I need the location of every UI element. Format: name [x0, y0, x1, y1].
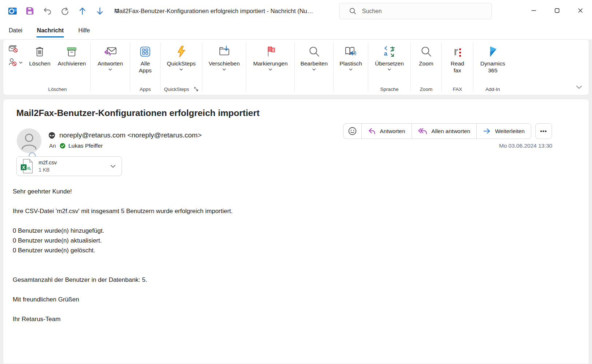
ignore-junk-stack — [8, 40, 25, 95]
group-divider — [410, 43, 411, 91]
chevron-down-icon — [108, 68, 112, 71]
window-controls — [522, 0, 592, 21]
translate-button[interactable]: a Übersetzen — [372, 40, 408, 71]
group-label-addin: Add-In — [485, 83, 500, 95]
move-to-folder-icon — [218, 45, 230, 58]
reactions-button[interactable] — [343, 124, 361, 139]
tab-datei[interactable]: Datei — [8, 26, 23, 35]
body-line: 0 Benutzer wurde(n) hinzugefügt. — [13, 226, 233, 236]
message-date: Mo 03.06.2024 13:30 — [499, 143, 552, 149]
tab-hilfe[interactable]: Hilfe — [78, 26, 91, 35]
group-markierungen: Markierungen — [247, 40, 294, 95]
immersive-reader-button[interactable]: Plastisch — [336, 40, 366, 71]
group-verschieben: Verschieben — [203, 40, 245, 95]
collapse-ribbon-button[interactable] — [576, 84, 582, 91]
redo-icon — [60, 7, 69, 16]
archive-button[interactable]: Archivieren — [54, 40, 90, 67]
group-divider — [246, 43, 246, 91]
group-uebersetzen: a Übersetzen Sprache — [369, 40, 410, 95]
block-sender-button[interactable] — [8, 57, 23, 66]
attachment-size: 1 KB — [39, 167, 57, 173]
svg-text:X: X — [22, 165, 25, 170]
chevron-down-icon — [388, 68, 391, 71]
dynamics-365-button[interactable]: Dynamics 365 — [474, 40, 511, 74]
recipient-name[interactable]: Lukas Pfeiffer — [68, 143, 103, 149]
body-line: Gesamtanzahl der Benutzer in der Datenba… — [13, 275, 233, 285]
edit-button[interactable]: Bearbeiten — [297, 40, 331, 71]
undo-button[interactable] — [42, 6, 52, 16]
up-arrow-icon — [78, 7, 87, 16]
group-label-loeschen: Löschen — [48, 83, 67, 95]
close-button[interactable] — [569, 0, 592, 21]
group-label-apps: Apps — [140, 83, 151, 95]
delete-button[interactable]: Löschen — [25, 40, 54, 67]
down-arrow-icon — [95, 7, 104, 16]
forward-button[interactable]: Weiterleiten — [476, 124, 531, 139]
retarus-readfax-icon: r — [454, 47, 461, 57]
group-label-zoom: Zoom — [420, 83, 433, 95]
alien-icon — [48, 132, 56, 139]
group-divider — [90, 43, 91, 91]
group-plastisch: Plastisch — [334, 40, 367, 95]
search-input[interactable] — [362, 8, 471, 15]
body-line: Ihr Retarus-Team — [13, 314, 233, 324]
lightning-icon — [176, 45, 187, 58]
tags-button[interactable]: Markierungen — [250, 40, 291, 71]
group-divider — [130, 43, 130, 91]
sender-address[interactable]: noreply@retarus.com <noreply@retarus.com… — [59, 131, 202, 139]
ignore-button[interactable] — [8, 44, 23, 53]
zoom-button[interactable]: Zoom — [415, 40, 437, 67]
group-bearbeiten: Bearbeiten — [295, 40, 333, 95]
minimize-button[interactable] — [522, 0, 545, 21]
group-divider — [368, 43, 368, 91]
group-addin: Dynamics 365 Add-In — [474, 40, 511, 95]
body-line: Sehr geehrter Kunde! — [13, 187, 233, 196]
all-apps-button[interactable]: Alle Apps — [133, 40, 157, 74]
more-actions-button[interactable]: ••• — [535, 123, 552, 139]
reply-button[interactable]: Antworten — [361, 124, 412, 139]
group-quicksteps: QuickSteps QuickSteps — [161, 40, 201, 95]
save-button[interactable] — [25, 6, 35, 16]
attachment-dropdown-icon[interactable] — [110, 165, 116, 168]
dialog-launcher-icon[interactable] — [194, 87, 199, 92]
group-divider — [160, 43, 160, 91]
block-sender-icon — [8, 57, 17, 66]
read-fax-button[interactable]: r Read fax — [446, 40, 469, 74]
move-down-button[interactable] — [95, 6, 105, 16]
svg-text:a: a — [384, 50, 388, 57]
body-line: 0 Benutzer wurde(n) aktualisiert. — [13, 236, 233, 245]
attachment-name: m2f.csv — [39, 160, 57, 166]
ignore-conversation-icon — [8, 44, 18, 53]
reply-all-arrow-icon — [418, 127, 428, 135]
translate-icon: a — [383, 45, 396, 58]
reply-all-button[interactable]: Allen antworten — [412, 124, 477, 139]
window-title: Mail2Fax-Benutzer-Konfigurationen erfolg… — [114, 0, 313, 22]
attachment-card[interactable]: X a, m2f.csv 1 KB — [16, 156, 122, 176]
verified-check-icon — [60, 143, 65, 149]
attachment-info: m2f.csv 1 KB — [39, 160, 57, 173]
magnifier-icon — [308, 46, 320, 57]
redo-button[interactable] — [60, 6, 70, 16]
body-line: 0 Benutzer wurde(n) gelöscht. — [13, 245, 233, 255]
csv-file-icon: X a, — [20, 159, 34, 174]
message-pane: Mail2Fax-Benutzer-Konfigurationen erfolg… — [3, 99, 589, 364]
group-antworten: Antworten — [91, 40, 129, 95]
group-label-quicksteps: QuickSteps — [164, 83, 199, 95]
recipient-row: An Lukas Pfeiffer — [49, 143, 103, 149]
body-line: Mit freundlichen Grüßen — [13, 295, 233, 304]
maximize-button[interactable] — [545, 0, 569, 21]
immersive-reader-icon — [344, 46, 357, 57]
group-divider — [441, 43, 442, 91]
apps-grid-icon — [140, 46, 151, 57]
zoom-magnifier-icon — [420, 46, 432, 57]
chevron-down-icon — [312, 68, 316, 71]
reply-dropdown-button[interactable]: Antworten — [94, 40, 127, 71]
quicksteps-button[interactable]: QuickSteps — [163, 40, 199, 71]
search-box[interactable] — [339, 3, 492, 19]
archive-icon — [65, 45, 78, 58]
move-button[interactable]: Verschieben — [205, 40, 243, 71]
move-up-button[interactable] — [77, 6, 87, 16]
trash-icon — [34, 45, 45, 58]
tab-nachricht[interactable]: Nachricht — [36, 26, 64, 35]
sender-avatar[interactable] — [17, 128, 41, 153]
